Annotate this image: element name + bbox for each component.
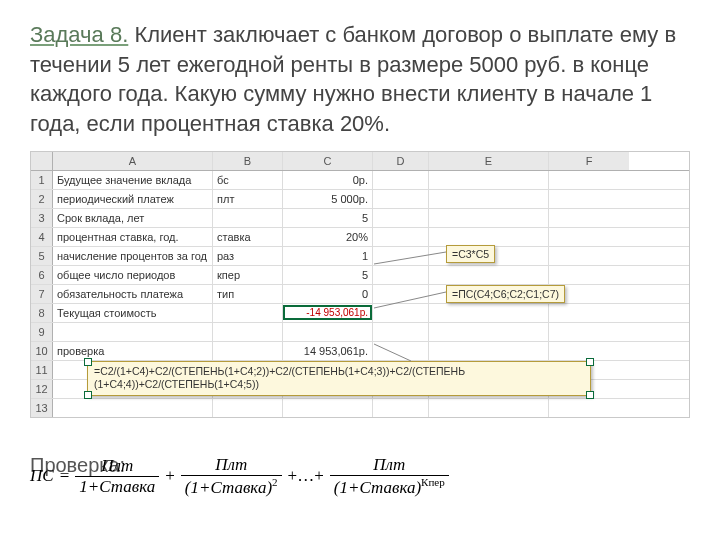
row-number[interactable]: 6 xyxy=(31,266,53,284)
cell-F1[interactable] xyxy=(549,171,629,189)
cell-A7[interactable]: обязательность платежа xyxy=(53,285,213,303)
cell-E1[interactable] xyxy=(429,171,549,189)
row-number[interactable]: 1 xyxy=(31,171,53,189)
col-B-header[interactable]: B xyxy=(213,152,283,170)
cell-B4[interactable]: ставка xyxy=(213,228,283,246)
cell-B6[interactable]: кпер xyxy=(213,266,283,284)
cell-C3[interactable]: 5 xyxy=(283,209,373,227)
cell-C2[interactable]: 5 000р. xyxy=(283,190,373,208)
cell-E2[interactable] xyxy=(429,190,549,208)
cell-A13[interactable] xyxy=(53,399,213,417)
cell-A1[interactable]: Будущее значение вклада xyxy=(53,171,213,189)
col-D-header[interactable]: D xyxy=(373,152,429,170)
cell-C13[interactable] xyxy=(283,399,373,417)
cell-D6[interactable] xyxy=(373,266,429,284)
cell-B1[interactable]: бс xyxy=(213,171,283,189)
col-A-header[interactable]: A xyxy=(53,152,213,170)
cell-E6[interactable] xyxy=(429,266,549,284)
cell-D2[interactable] xyxy=(373,190,429,208)
column-headers: A B C D E F xyxy=(31,152,689,171)
cell-C4[interactable]: 20% xyxy=(283,228,373,246)
eq-frac1: Плт 1+Ставка xyxy=(75,456,159,497)
row-number[interactable]: 10 xyxy=(31,342,53,360)
cell-A5[interactable]: начисление процентов за год xyxy=(53,247,213,265)
eq-equals: = xyxy=(60,466,70,486)
cell-A8[interactable]: Текущая стоимость xyxy=(53,304,213,322)
cell-D3[interactable] xyxy=(373,209,429,227)
row-number[interactable]: 13 xyxy=(31,399,53,417)
row-number[interactable]: 5 xyxy=(31,247,53,265)
cell-C7[interactable]: 0 xyxy=(283,285,373,303)
cell-E4[interactable] xyxy=(429,228,549,246)
row-number[interactable]: 9 xyxy=(31,323,53,341)
table-row: 9 xyxy=(31,323,689,342)
cell-F13[interactable] xyxy=(549,399,629,417)
cell-F2[interactable] xyxy=(549,190,629,208)
cell-D1[interactable] xyxy=(373,171,429,189)
cell-C9[interactable] xyxy=(283,323,373,341)
cell-C10[interactable]: 14 953,061р. xyxy=(283,342,373,360)
cell-C8[interactable]: -14 953,061р. xyxy=(283,304,373,322)
eq-lhs: ПС xyxy=(30,466,54,486)
row-number[interactable]: 4 xyxy=(31,228,53,246)
row-number[interactable]: 8 xyxy=(31,304,53,322)
cell-B3[interactable] xyxy=(213,209,283,227)
cell-D9[interactable] xyxy=(373,323,429,341)
cell-D5[interactable] xyxy=(373,247,429,265)
row-number[interactable]: 11 xyxy=(31,361,53,379)
cell-B7[interactable]: тип xyxy=(213,285,283,303)
table-row: 8Текущая стоимость-14 953,061р. xyxy=(31,304,689,323)
cell-A2[interactable]: периодический платеж xyxy=(53,190,213,208)
cell-B9[interactable] xyxy=(213,323,283,341)
cell-C6[interactable]: 5 xyxy=(283,266,373,284)
cell-F5[interactable] xyxy=(549,247,629,265)
table-row: 1Будущее значение вкладабс0р. xyxy=(31,171,689,190)
title-prefix: Задача 8. xyxy=(30,22,128,47)
cell-E10[interactable] xyxy=(429,342,549,360)
cell-A9[interactable] xyxy=(53,323,213,341)
table-row: 7обязательность платежатип0 xyxy=(31,285,689,304)
col-F-header[interactable]: F xyxy=(549,152,629,170)
table-row: 5начисление процентов за годраз1 xyxy=(31,247,689,266)
cell-F4[interactable] xyxy=(549,228,629,246)
cell-F3[interactable] xyxy=(549,209,629,227)
select-all-corner[interactable] xyxy=(31,152,53,170)
table-row: 13 xyxy=(31,399,689,417)
cell-D10[interactable] xyxy=(373,342,429,360)
cell-B10[interactable] xyxy=(213,342,283,360)
cell-D13[interactable] xyxy=(373,399,429,417)
cell-C1[interactable]: 0р. xyxy=(283,171,373,189)
cell-B13[interactable] xyxy=(213,399,283,417)
cell-A3[interactable]: Срок вклада, лет xyxy=(53,209,213,227)
cell-F6[interactable] xyxy=(549,266,629,284)
row-number[interactable]: 3 xyxy=(31,209,53,227)
table-row: 3Срок вклада, лет5 xyxy=(31,209,689,228)
equation: ПС = Плт 1+Ставка + Плт (1+Ставка)2 +…+ … xyxy=(30,455,690,498)
row-number[interactable]: 2 xyxy=(31,190,53,208)
table-row: 6общее число периодовкпер5 xyxy=(31,266,689,285)
cell-A10[interactable]: проверка xyxy=(53,342,213,360)
row-number[interactable]: 7 xyxy=(31,285,53,303)
formula-line2: (1+C4;4))+C2/(СТЕПЕНЬ(1+C4;5)) xyxy=(94,378,259,390)
cell-C5[interactable]: 1 xyxy=(283,247,373,265)
eq-frac2: Плт (1+Ставка)2 xyxy=(181,455,282,498)
cell-E9[interactable] xyxy=(429,323,549,341)
cell-B5[interactable]: раз xyxy=(213,247,283,265)
col-C-header[interactable]: C xyxy=(283,152,373,170)
cell-A6[interactable]: общее число периодов xyxy=(53,266,213,284)
eq-dots: +…+ xyxy=(288,466,324,486)
cell-B8[interactable] xyxy=(213,304,283,322)
cell-D4[interactable] xyxy=(373,228,429,246)
cell-F9[interactable] xyxy=(549,323,629,341)
cell-D8[interactable] xyxy=(373,304,429,322)
cell-E13[interactable] xyxy=(429,399,549,417)
cell-D7[interactable] xyxy=(373,285,429,303)
cell-A4[interactable]: процентная ставка, год. xyxy=(53,228,213,246)
row-number[interactable]: 12 xyxy=(31,380,53,398)
cell-F8[interactable] xyxy=(549,304,629,322)
table-row: 4процентная ставка, год.ставка20% xyxy=(31,228,689,247)
cell-B2[interactable]: плт xyxy=(213,190,283,208)
col-E-header[interactable]: E xyxy=(429,152,549,170)
cell-E3[interactable] xyxy=(429,209,549,227)
cell-E8[interactable] xyxy=(429,304,549,322)
